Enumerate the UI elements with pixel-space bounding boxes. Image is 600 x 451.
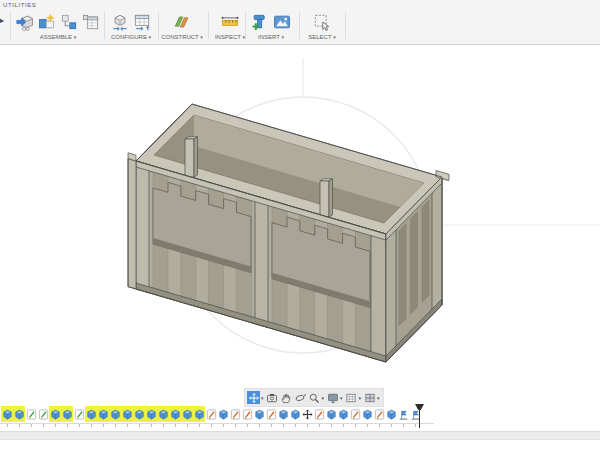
nav-grid-and-snaps-icon[interactable] [345, 391, 358, 404]
configuration-cube-icon[interactable] [110, 12, 130, 32]
timeline-feature-18-sketch-alt[interactable] [205, 406, 217, 422]
nav-pan-icon[interactable] [280, 391, 293, 404]
nav-viewports: ▾ [363, 391, 381, 404]
timeline-feature-31-component[interactable] [361, 406, 373, 422]
construct-dropdown[interactable]: CONSTRUCT ▾ [160, 34, 204, 40]
nav-display-settings-icon[interactable] [326, 391, 339, 404]
timeline-feature-22-component[interactable] [253, 406, 265, 422]
timeline-feature-16-component-active[interactable] [181, 406, 193, 422]
toolbar-divider [345, 12, 346, 39]
nav-fit-dropdown[interactable]: ▾ [261, 395, 264, 401]
insert-derive-icon[interactable] [250, 12, 270, 32]
timeline-feature-25-component[interactable] [289, 406, 301, 422]
nav-zoom: ▾ [308, 391, 326, 404]
timeline-feature-10-component-active[interactable] [109, 406, 121, 422]
chevron-down-icon: ▾ [281, 34, 284, 40]
timeline-feature-5-component-active[interactable] [49, 406, 61, 422]
configuration-table-icon[interactable] [132, 12, 152, 32]
timeline-playhead[interactable] [415, 404, 424, 429]
timeline-feature-11-component-active[interactable] [121, 406, 133, 422]
timeline-feature-6-component-active[interactable] [61, 406, 73, 422]
configure-dropdown[interactable]: CONFIGURE ▾ [108, 34, 154, 40]
nav-fit: ▾ [247, 391, 265, 404]
timeline-feature-34-joint[interactable] [397, 406, 409, 422]
timeline-feature-19-component[interactable] [217, 406, 229, 422]
select-dropdown[interactable]: SELECT ▾ [303, 34, 341, 40]
timeline-feature-8-component-active[interactable] [85, 406, 97, 422]
select-window-icon[interactable] [312, 12, 332, 32]
nav-display-settings: ▾ [326, 391, 344, 404]
timeline-feature-21-sketch-alt[interactable] [241, 406, 253, 422]
chevron-down-icon: ▾ [200, 34, 203, 40]
assemble-dropdown[interactable]: ASSEMBLE ▾ [14, 34, 102, 40]
chevron-down-icon: ▾ [149, 34, 152, 40]
nav-viewports-dropdown[interactable]: ▾ [377, 395, 380, 401]
toolbar-divider [104, 12, 105, 39]
construct-plane-icon[interactable] [172, 12, 192, 32]
toolbar-overflow-arrow-icon[interactable]: ▶ [0, 16, 4, 26]
timeline-feature-3-sketch[interactable] [25, 406, 37, 422]
nav-viewports-icon[interactable] [363, 391, 376, 404]
toolbar-group-inspect: INSPECT ▾ [212, 11, 248, 42]
toolbar-group-assemble: ASSEMBLE ▾ [14, 11, 102, 42]
nav-fit-icon[interactable] [247, 391, 260, 404]
timeline-feature-32-sketch-alt[interactable] [373, 406, 385, 422]
timeline-feature-14-component-active[interactable] [157, 406, 169, 422]
toolbar-group-insert: INSERT ▾ [249, 11, 293, 42]
chevron-down-icon: ▾ [333, 34, 336, 40]
nav-orbit [294, 391, 307, 404]
ribbon-tab-utilities[interactable]: UTILITIES [3, 2, 36, 8]
toolbar-divider [158, 12, 159, 39]
toolbar-divider [299, 12, 300, 39]
timeline-feature-17-component-active[interactable] [193, 406, 205, 422]
insert-canvas-icon[interactable] [272, 12, 292, 32]
timeline-feature-20-sketch-alt[interactable] [229, 406, 241, 422]
timeline-feature-29-component[interactable] [337, 406, 349, 422]
timeline-feature-30-sketch-alt[interactable] [349, 406, 361, 422]
timeline-feature-15-component-active[interactable] [169, 406, 181, 422]
timeline-feature-26-move[interactable] [301, 406, 313, 422]
nav-zoom-dropdown[interactable]: ▾ [322, 395, 325, 401]
measure-icon[interactable] [220, 12, 240, 32]
timeline-scrollbar[interactable] [0, 431, 600, 440]
toolbar-divider [208, 12, 209, 39]
nav-look-at [266, 391, 279, 404]
nav-pan [280, 391, 293, 404]
design-history-timeline [1, 406, 421, 426]
nav-display-settings-dropdown[interactable]: ▾ [340, 395, 343, 401]
insert-dropdown[interactable]: INSERT ▾ [249, 34, 293, 40]
timeline-feature-33-component[interactable] [385, 406, 397, 422]
nav-look-at-icon[interactable] [266, 391, 279, 404]
timeline-feature-12-component-active[interactable] [133, 406, 145, 422]
inspect-dropdown[interactable]: INSPECT ▾ [212, 34, 248, 40]
timeline-feature-9-component-active[interactable] [97, 406, 109, 422]
nav-grid-and-snaps: ▾ [345, 391, 363, 404]
nav-grid-and-snaps-dropdown[interactable]: ▾ [359, 395, 362, 401]
toolbar-group-construct: CONSTRUCT ▾ [160, 11, 204, 42]
nav-orbit-icon[interactable] [294, 391, 307, 404]
bom-table-icon[interactable] [81, 12, 101, 32]
timeline-feature-23-sketch-alt[interactable] [265, 406, 277, 422]
timeline-feature-2-component-active[interactable] [13, 406, 25, 422]
toolbar-group-select: SELECT ▾ [303, 11, 341, 42]
fusion-360-window: UTILITIES ▶ ASSEMBLE ▾ CONFIGURE ▾ CONST… [0, 0, 600, 451]
timeline-feature-1-component-active[interactable] [1, 406, 13, 422]
timeline-feature-13-component-active[interactable] [145, 406, 157, 422]
joint-icon[interactable] [37, 12, 57, 32]
nav-zoom-icon[interactable] [308, 391, 321, 404]
new-component-icon[interactable] [15, 12, 35, 32]
toolbar-divider [10, 12, 11, 39]
chevron-down-icon: ▾ [74, 34, 77, 40]
ribbon-toolbar: UTILITIES ▶ ASSEMBLE ▾ CONFIGURE ▾ CONST… [0, 0, 600, 45]
timeline-feature-28-component[interactable] [325, 406, 337, 422]
timeline-feature-4-sketch[interactable] [37, 406, 49, 422]
as-built-joint-icon[interactable] [59, 12, 79, 32]
timeline-feature-7-sketch[interactable] [73, 406, 85, 422]
view-navigation-bar: ▾▾▾▾▾ [244, 388, 384, 407]
timeline-feature-24-component[interactable] [277, 406, 289, 422]
timeline-feature-27-sketch-alt[interactable] [313, 406, 325, 422]
chevron-down-icon: ▾ [243, 34, 246, 40]
toolbar-group-configure: CONFIGURE ▾ [108, 11, 154, 42]
